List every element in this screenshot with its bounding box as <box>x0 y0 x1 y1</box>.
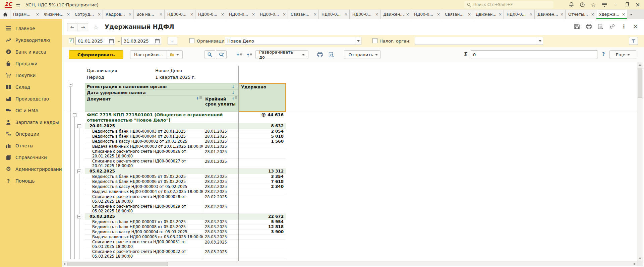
tab-close-icon[interactable] <box>529 12 533 16</box>
sort-icon[interactable]: ↓ <box>232 96 237 100</box>
header-split-line[interactable] <box>66 112 636 112</box>
more-actions-icon[interactable]: ⋮ <box>621 23 627 29</box>
tab-close-icon[interactable] <box>128 12 132 16</box>
chevron-down-icon[interactable] <box>537 37 543 45</box>
sidebar-item-purchases[interactable]: Покупки <box>0 69 62 81</box>
tab-close-icon[interactable] <box>189 12 194 16</box>
tab-close-icon[interactable] <box>498 12 503 16</box>
sort-icon[interactable]: ↓ <box>232 85 237 88</box>
tab[interactable]: Связан... <box>442 10 473 19</box>
tab-close-icon[interactable] <box>344 12 348 16</box>
favorites-star-icon[interactable]: ☆ <box>590 2 596 8</box>
sidebar-item-production[interactable]: Производство <box>0 93 62 105</box>
tab-close-icon[interactable] <box>220 12 225 16</box>
collapse-group-button[interactable]: − <box>77 170 81 173</box>
save-icon[interactable] <box>574 23 580 29</box>
period-checkbox[interactable] <box>69 38 74 43</box>
tab[interactable]: Движен... <box>535 10 566 19</box>
scroll-left-icon[interactable] <box>62 261 67 266</box>
sidebar-item-main[interactable]: Главное <box>0 22 62 34</box>
sidebar-item-fixed-assets[interactable]: ОС и НМА <box>0 105 62 116</box>
date-to-field[interactable] <box>121 37 161 45</box>
tab[interactable]: НД00-0... <box>257 10 288 19</box>
table-row[interactable]: Ведомость в кассу НД00-000004 от 05.03.2… <box>85 229 286 235</box>
sidebar-item-sales[interactable]: Продажи <box>0 58 62 69</box>
tab[interactable]: НД00-0... <box>226 10 257 19</box>
print-icon[interactable] <box>315 51 325 58</box>
date-from-field[interactable] <box>75 37 115 45</box>
date-from-input[interactable] <box>76 39 109 44</box>
table-row[interactable]: 05.02.2025 13 312 <box>85 169 286 174</box>
tab[interactable]: НД00-0... <box>411 10 442 19</box>
search-button[interactable] <box>204 50 215 59</box>
sidebar-item-operations[interactable]: Дт Кт Операции <box>0 128 62 140</box>
sidebar-item-bank-cash[interactable]: ₽ Банк и касса <box>0 46 62 58</box>
minimize-button[interactable]: – <box>612 2 619 8</box>
tab-close-icon[interactable] <box>97 12 102 16</box>
sidebar-item-salary-hr[interactable]: Зарплата и кадры <box>0 116 62 128</box>
functions-menu-icon[interactable] <box>601 2 607 8</box>
organization-checkbox[interactable] <box>189 38 194 43</box>
tab[interactable]: Физиче... <box>41 10 72 19</box>
main-menu-icon[interactable]: ☰ <box>16 2 20 8</box>
vertical-scroll-thumb[interactable] <box>638 68 642 98</box>
scroll-down-icon[interactable] <box>637 256 643 261</box>
table-row[interactable]: 05.03.2025 22 672 <box>85 214 286 219</box>
table-row[interactable]: 20.01.2025 8 632 <box>85 123 286 129</box>
sidebar-item-warehouse[interactable]: Склад <box>0 81 62 93</box>
table-row[interactable]: Ведомость в кассу НД00-000003 от 05.02.2… <box>85 184 286 189</box>
table-row[interactable]: Выдача наличных НД00-000003 от 20.01.202… <box>85 144 286 149</box>
report-variant-button[interactable] <box>167 50 183 59</box>
table-row[interactable]: Списание с расчетного счета НД00-000029 … <box>85 204 286 214</box>
table-row[interactable]: Списание с расчетного счета НД00-000031 … <box>85 240 286 249</box>
tab[interactable]: НД00-0... <box>504 10 535 19</box>
filter-settings-button[interactable] <box>629 37 638 45</box>
table-row[interactable]: Ведомость в банк НД00-000008 от 05.03.20… <box>85 224 286 229</box>
tab[interactable]: НД00-0... <box>165 10 195 19</box>
collapse-group-button[interactable]: − <box>73 113 76 117</box>
close-window-button[interactable]: × <box>635 2 641 8</box>
period-choice-button[interactable]: ... <box>168 37 177 45</box>
scroll-right-icon[interactable] <box>632 261 637 266</box>
autosum-field[interactable] <box>471 50 597 59</box>
calendar-icon[interactable] <box>155 39 160 43</box>
withheld-column-header[interactable]: Удержано <box>239 83 286 112</box>
tab-close-icon[interactable] <box>560 12 564 16</box>
table-row[interactable]: Ведомость в банк НД00-000004 от 20.01.20… <box>85 134 286 139</box>
back-button[interactable]: ← <box>67 23 77 31</box>
tab-close-icon[interactable] <box>405 12 410 16</box>
table-row[interactable]: Выдача наличных НД00-000005 от 05.03.202… <box>85 235 286 240</box>
tab[interactable]: Движен... <box>380 10 411 19</box>
table-row[interactable]: Ведомость в кассу НД00-000002 от 20.01.2… <box>85 139 286 144</box>
sidebar-item-administration[interactable]: ⚙ Администрирование <box>0 163 62 175</box>
tab[interactable]: Кадров... <box>103 10 134 19</box>
table-row[interactable]: Ведомость в банк НД00-000007 от 05.03.20… <box>85 219 286 224</box>
favorite-star-icon[interactable]: ☆ <box>93 24 99 31</box>
table-row[interactable]: ФНС 7715 КПП 771501001 (Общество с огран… <box>85 112 286 123</box>
print-icon[interactable] <box>586 23 592 29</box>
vertical-scrollbar[interactable] <box>637 62 643 261</box>
help-icon[interactable]: ? <box>602 51 605 57</box>
chevron-down-icon[interactable] <box>355 37 361 45</box>
tab-close-icon[interactable] <box>282 12 287 16</box>
date-to-input[interactable] <box>122 39 155 44</box>
tab-close-icon[interactable] <box>66 12 71 16</box>
table-row[interactable]: Списание с расчетного счета НД00-000026 … <box>85 149 286 159</box>
tab-overflow-button[interactable] <box>627 10 635 19</box>
tab-close-icon[interactable] <box>374 12 379 16</box>
collapse-group-button[interactable]: − <box>77 215 81 218</box>
tab[interactable]: НД00-0... <box>195 10 226 19</box>
tab-close-icon[interactable] <box>313 12 317 16</box>
table-row[interactable]: Списание с расчетного счета НД00-000032 … <box>85 249 286 259</box>
table-row[interactable]: Ведомость в банк НД00-000003 от 20.01.20… <box>85 129 286 134</box>
sidebar-item-manager[interactable]: Руководителю <box>0 34 62 46</box>
tab[interactable]: НД00-0... <box>350 10 380 19</box>
tab-close-icon[interactable] <box>621 12 626 16</box>
more-button[interactable]: Еще <box>609 50 636 59</box>
sort-icon[interactable]: ↓ <box>232 91 237 94</box>
autosum-input[interactable] <box>471 51 597 59</box>
tab[interactable]: Парам... <box>10 10 41 19</box>
horizontal-scrollbar[interactable] <box>62 261 637 266</box>
get-link-icon[interactable] <box>609 23 615 29</box>
generate-button[interactable]: Сформировать <box>69 50 123 59</box>
